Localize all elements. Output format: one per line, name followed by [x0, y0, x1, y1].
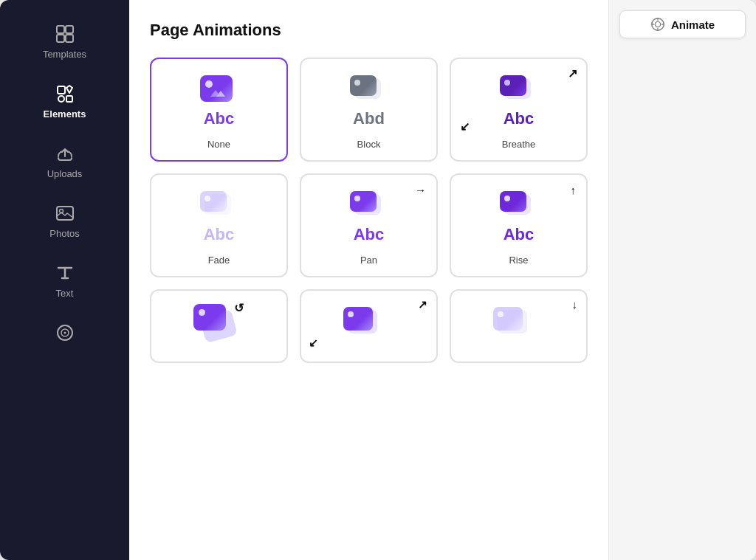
animate-label: Animate	[671, 18, 715, 31]
drop-preview	[493, 307, 545, 351]
grid-icon	[55, 24, 75, 44]
animation-card-rise[interactable]: ↑ Abc Rise	[450, 173, 588, 277]
text-label: Text	[56, 288, 74, 299]
elements-icon	[55, 83, 75, 104]
animate-button[interactable]: Animate	[619, 10, 746, 38]
breathe-label: Breathe	[502, 139, 536, 150]
upload-icon	[55, 143, 75, 164]
templates-label: Templates	[43, 49, 86, 60]
breathe-icon: Abc	[486, 76, 552, 128]
panel-title: Page Animations	[150, 21, 588, 40]
rise-preview: Abc	[482, 188, 556, 247]
animation-card-fade[interactable]: Abc Fade	[150, 173, 288, 277]
svg-rect-6	[57, 207, 73, 220]
sidebar-item-elements[interactable]: Elements	[0, 72, 129, 131]
pan-arrow: →	[415, 184, 426, 196]
animation-card-breathe[interactable]: ↗ ↙ Abc	[450, 58, 588, 162]
none-icon: Abc	[186, 76, 252, 128]
right-panel: Animate	[608, 0, 756, 560]
animation-card-tumble[interactable]: ↺	[150, 289, 288, 363]
rise-label: Rise	[509, 255, 528, 266]
photos-label: Photos	[49, 228, 79, 239]
svg-rect-5	[66, 96, 72, 102]
fade-icon: Abc	[186, 192, 252, 243]
svg-rect-3	[66, 35, 73, 42]
tumble-preview: ↺	[193, 304, 245, 348]
breathe-arrow-out: ↗	[568, 66, 577, 80]
drift-preview	[343, 307, 395, 351]
svg-rect-0	[57, 26, 64, 33]
animation-card-block[interactable]: Abd Block	[300, 58, 438, 162]
animate-btn-icon	[650, 17, 665, 32]
sidebar-item-text[interactable]: Text	[0, 251, 129, 311]
svg-point-10	[63, 332, 66, 334]
animation-card-drop[interactable]: ↓	[450, 289, 588, 363]
sidebar-item-photos[interactable]: Photos	[0, 191, 129, 251]
brand-icon	[55, 322, 75, 343]
breathe-arrow-in: ↙	[460, 120, 470, 134]
rise-arrow: ↑	[571, 184, 577, 196]
fade-preview: Abc	[182, 188, 256, 247]
none-label: None	[207, 139, 230, 150]
app-container: Templates Elements Uploads	[0, 0, 756, 560]
sidebar-item-brand[interactable]	[0, 311, 129, 355]
animation-grid-bottom: ↺ ↗ ↙ ↓	[150, 289, 588, 363]
animation-card-none[interactable]: Abc None	[150, 58, 288, 162]
sidebar-item-templates[interactable]: Templates	[0, 12, 129, 72]
svg-point-12	[655, 21, 660, 27]
sidebar-item-uploads[interactable]: Uploads	[0, 131, 129, 191]
drop-arrow: ↓	[572, 298, 578, 311]
main-panel: Page Animations	[129, 0, 608, 560]
animation-card-pan[interactable]: → Abc Pan	[300, 173, 438, 277]
svg-rect-2	[57, 35, 64, 42]
pan-label: Pan	[360, 255, 377, 266]
text-icon	[55, 263, 75, 283]
elements-label: Elements	[44, 108, 86, 120]
photos-icon	[55, 203, 75, 224]
block-preview: Abd	[332, 72, 406, 131]
block-label: Block	[357, 139, 381, 150]
tumble-arrow: ↺	[234, 301, 244, 315]
sidebar: Templates Elements Uploads	[0, 0, 129, 560]
breathe-preview: Abc	[482, 72, 556, 131]
drift-arrow2: ↙	[309, 336, 318, 350]
pan-icon: Abc	[336, 192, 402, 243]
drift-arrow: ↗	[418, 298, 427, 311]
pan-preview: Abc	[332, 188, 406, 247]
svg-point-4	[58, 96, 64, 102]
none-preview: Abc	[182, 72, 256, 131]
block-icon: Abd	[336, 76, 402, 128]
rise-icon: Abc	[486, 192, 552, 243]
animation-card-drift[interactable]: ↗ ↙	[300, 289, 438, 363]
animation-grid: Abc None	[150, 58, 588, 277]
svg-rect-1	[66, 26, 73, 33]
uploads-label: Uploads	[47, 168, 83, 179]
fade-label: Fade	[208, 255, 230, 266]
